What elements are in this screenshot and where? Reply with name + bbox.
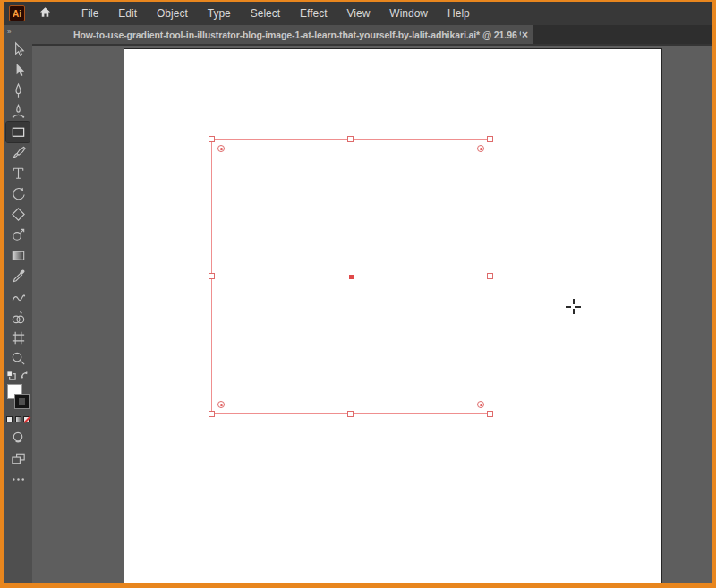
live-corner-widget-bottom-left[interactable] bbox=[217, 401, 225, 408]
menu-window[interactable]: Window bbox=[379, 3, 438, 24]
menu-items: File Edit Object Type Select Effect View… bbox=[72, 3, 480, 24]
handle-middle-right[interactable] bbox=[487, 273, 493, 279]
rotate-tool[interactable] bbox=[6, 183, 30, 204]
ellipsis-icon bbox=[10, 471, 27, 488]
crosshair-cursor-icon bbox=[566, 299, 581, 314]
menu-select[interactable]: Select bbox=[241, 3, 290, 24]
gradient-tool[interactable] bbox=[6, 245, 30, 266]
artboard-crop-icon bbox=[10, 329, 27, 346]
screen-mode-button[interactable] bbox=[6, 448, 30, 469]
artboard-tool[interactable] bbox=[6, 328, 30, 348]
paintbrush-tool[interactable] bbox=[6, 142, 30, 163]
fill-stroke-indicator bbox=[6, 384, 30, 413]
swatch-controls bbox=[6, 371, 30, 381]
document-tab-title: How-to-use-gradient-tool-in-illustrator-… bbox=[73, 30, 521, 40]
edit-toolbar-button[interactable] bbox=[6, 469, 30, 490]
scale-icon bbox=[10, 226, 27, 243]
none-mode-button[interactable] bbox=[23, 416, 30, 422]
handle-bottom-right[interactable] bbox=[487, 411, 493, 417]
color-mode-button[interactable] bbox=[6, 416, 13, 422]
selection-tool[interactable] bbox=[6, 39, 30, 60]
stroke-color-swatch[interactable] bbox=[15, 395, 29, 408]
magnifier-icon bbox=[10, 350, 27, 367]
screen-mode-icon bbox=[10, 450, 27, 467]
shape-builder-tool[interactable] bbox=[6, 307, 30, 328]
illustrator-window: Ai File Edit Object Type Select Effect V… bbox=[4, 2, 712, 583]
pen-icon bbox=[10, 82, 27, 99]
menu-type[interactable]: Type bbox=[198, 3, 241, 24]
curvature-pen-icon bbox=[10, 103, 27, 120]
gradient-swatch-icon bbox=[10, 247, 27, 264]
canvas[interactable] bbox=[32, 46, 712, 583]
home-button[interactable] bbox=[38, 5, 52, 22]
zoom-tool[interactable] bbox=[6, 348, 30, 369]
menu-file[interactable]: File bbox=[72, 3, 108, 24]
tools-panel: » bbox=[4, 25, 32, 583]
home-icon bbox=[38, 5, 52, 22]
gradient-mode-button[interactable] bbox=[15, 416, 21, 422]
menu-object[interactable]: Object bbox=[147, 3, 198, 24]
tab-close-icon[interactable]: × bbox=[522, 30, 528, 40]
scale-tool[interactable] bbox=[6, 225, 30, 245]
handle-bottom-center[interactable] bbox=[347, 411, 354, 417]
paintbrush-icon bbox=[10, 144, 27, 161]
drawing-mode-icon bbox=[10, 430, 27, 447]
menu-bar: Ai File Edit Object Type Select Effect V… bbox=[4, 2, 712, 25]
illustrator-logo-icon: Ai bbox=[9, 5, 25, 21]
warp-tool[interactable] bbox=[6, 286, 30, 307]
document-area: How-to-use-gradient-tool-in-illustrator-… bbox=[32, 25, 712, 583]
selection-arrow-icon bbox=[10, 41, 27, 58]
handle-top-left[interactable] bbox=[209, 136, 215, 142]
paint-mode-buttons bbox=[6, 416, 30, 422]
handle-top-center[interactable] bbox=[347, 136, 354, 142]
type-tool[interactable] bbox=[6, 163, 30, 183]
default-fill-stroke-icon[interactable] bbox=[6, 368, 16, 384]
rectangle-icon bbox=[10, 124, 27, 141]
live-corner-widget-top-left[interactable] bbox=[217, 145, 225, 152]
handle-middle-left[interactable] bbox=[209, 273, 215, 279]
live-corner-widget-top-right[interactable] bbox=[477, 145, 484, 152]
shaper-tool[interactable] bbox=[6, 204, 30, 225]
selection-center-point[interactable] bbox=[349, 275, 354, 279]
shape-builder-icon bbox=[10, 309, 27, 326]
selected-rectangle[interactable] bbox=[211, 139, 490, 414]
menu-effect[interactable]: Effect bbox=[290, 3, 337, 24]
handle-bottom-left[interactable] bbox=[209, 411, 215, 417]
squiggle-icon bbox=[10, 288, 27, 305]
rotate-arrow-icon bbox=[10, 185, 27, 202]
menu-help[interactable]: Help bbox=[438, 3, 480, 24]
menu-view[interactable]: View bbox=[337, 3, 380, 24]
eyedropper-tool[interactable] bbox=[6, 266, 30, 286]
menu-edit[interactable]: Edit bbox=[108, 3, 147, 24]
eyedropper-icon bbox=[10, 268, 27, 285]
collapse-panel-button[interactable]: » bbox=[4, 27, 32, 39]
handle-top-right[interactable] bbox=[487, 136, 493, 142]
live-corner-widget-bottom-right[interactable] bbox=[477, 401, 484, 408]
type-T-icon bbox=[10, 165, 27, 182]
document-tab[interactable]: How-to-use-gradient-tool-in-illustrator-… bbox=[32, 25, 533, 44]
rectangle-tool[interactable] bbox=[6, 122, 30, 142]
direct-selection-tool[interactable] bbox=[6, 60, 30, 81]
direct-selection-arrow-icon bbox=[10, 62, 27, 79]
pen-tool[interactable] bbox=[6, 81, 30, 101]
diamond-icon bbox=[10, 206, 27, 223]
curvature-tool[interactable] bbox=[6, 101, 30, 122]
window-frame: Ai File Edit Object Type Select Effect V… bbox=[0, 0, 716, 588]
document-tab-bar: How-to-use-gradient-tool-in-illustrator-… bbox=[32, 25, 712, 46]
swap-fill-stroke-icon[interactable] bbox=[20, 368, 30, 384]
drawing-mode-button[interactable] bbox=[6, 428, 30, 448]
